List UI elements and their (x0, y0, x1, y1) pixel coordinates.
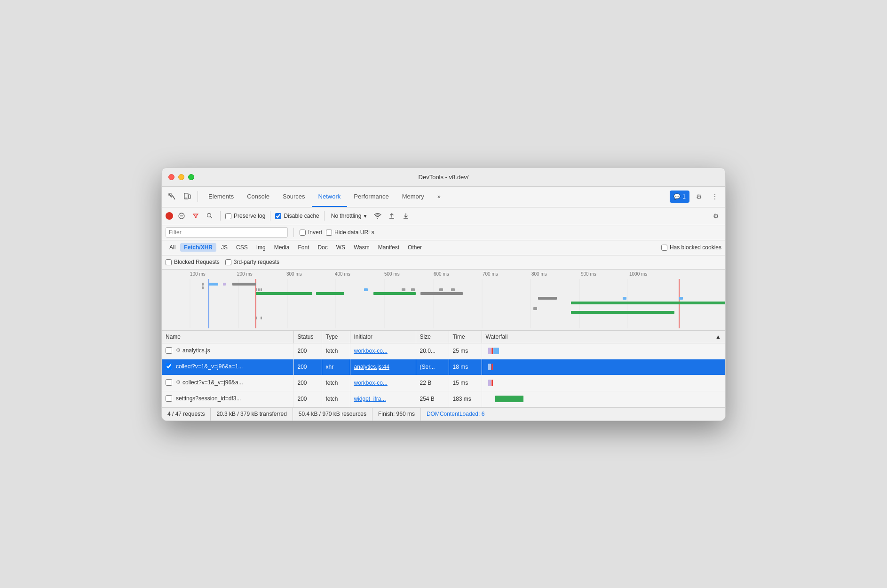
table-row[interactable]: ⚙ collect?v=1&_v=j96&a...200fetchworkbox… (162, 375, 725, 391)
tab-sources[interactable]: Sources (276, 186, 312, 207)
timeline-300ms: 300 ms (286, 271, 302, 277)
disable-cache-label[interactable]: Disable cache (275, 213, 319, 219)
hide-data-urls-text: Hide data URLs (334, 229, 374, 236)
initiator-link[interactable]: analytics.js:44 (354, 364, 389, 370)
timeline-600ms: 600 ms (434, 271, 449, 277)
header-waterfall[interactable]: Waterfall ▲ (482, 331, 725, 343)
svg-rect-30 (261, 288, 262, 291)
filter-js[interactable]: JS (217, 243, 231, 252)
third-party-checkbox[interactable] (225, 259, 231, 265)
more-icon: ⋮ (712, 193, 718, 200)
filter-input[interactable] (166, 227, 288, 238)
filter-bar: Invert Hide data URLs (162, 225, 725, 240)
third-party-label[interactable]: 3rd-party requests (225, 259, 279, 265)
row-select-checkbox[interactable] (166, 363, 172, 370)
row-initiator[interactable]: workbox-co... (350, 375, 416, 391)
initiator-link[interactable]: widget_ifra... (354, 396, 386, 402)
disable-cache-checkbox[interactable] (275, 213, 281, 219)
row-select-checkbox[interactable] (166, 347, 172, 354)
header-time[interactable]: Time (449, 331, 482, 343)
download-icon[interactable] (400, 210, 412, 222)
tab-more[interactable]: » (431, 186, 447, 207)
wifi-icon[interactable] (372, 210, 383, 222)
timeline-800ms: 800 ms (531, 271, 547, 277)
initiator-link[interactable]: workbox-co... (354, 380, 388, 386)
throttle-dropdown[interactable]: No throttling ▼ (329, 212, 370, 220)
feedback-count: 1 (682, 193, 686, 200)
blocked-requests-checkbox[interactable] (166, 259, 172, 265)
has-blocked-checkbox[interactable] (661, 245, 667, 251)
gear-icon: ⚙ (176, 379, 181, 385)
settings-button[interactable]: ⚙ (692, 190, 705, 203)
svg-rect-29 (258, 288, 260, 291)
hide-data-urls-checkbox[interactable] (326, 230, 332, 236)
row-select-checkbox[interactable] (166, 379, 172, 386)
header-status[interactable]: Status (293, 331, 322, 343)
invert-checkbox[interactable] (300, 230, 306, 236)
table-row[interactable]: ⚙ analytics.js200fetchworkbox-co...20.0.… (162, 343, 725, 359)
row-initiator[interactable]: workbox-co... (350, 343, 416, 359)
filter-button[interactable] (190, 210, 201, 222)
row-waterfall (482, 375, 725, 391)
tab-performance[interactable]: Performance (347, 186, 395, 207)
close-button[interactable] (168, 174, 174, 180)
record-button[interactable] (166, 212, 173, 220)
filter-manifest[interactable]: Manifest (374, 243, 403, 252)
svg-rect-44 (679, 297, 683, 300)
filter-css[interactable]: CSS (232, 243, 252, 252)
svg-rect-42 (623, 297, 626, 300)
timeline-1000ms: 1000 ms (629, 271, 647, 277)
row-initiator[interactable]: analytics.js:44 (350, 359, 416, 375)
filter-doc[interactable]: Doc (314, 243, 331, 252)
header-size[interactable]: Size (416, 331, 449, 343)
filter-media[interactable]: Media (270, 243, 293, 252)
header-name[interactable]: Name (162, 331, 293, 343)
preserve-log-checkbox[interactable] (225, 213, 231, 219)
row-select-checkbox[interactable] (166, 395, 172, 402)
svg-rect-49 (488, 348, 491, 354)
tab-network[interactable]: Network (312, 186, 348, 207)
filter-fetch-xhr[interactable]: Fetch/XHR (180, 243, 216, 252)
row-initiator[interactable]: widget_ifra... (350, 391, 416, 407)
invert-label[interactable]: Invert (300, 229, 322, 236)
window-title: DevTools - v8.dev/ (419, 174, 469, 181)
svg-rect-28 (256, 288, 257, 291)
blocked-requests-label[interactable]: Blocked Requests (166, 259, 220, 265)
header-initiator[interactable]: Initiator (350, 331, 416, 343)
has-blocked-cookies[interactable]: Has blocked cookies (661, 244, 721, 251)
preserve-log-label[interactable]: Preserve log (225, 213, 265, 219)
filter-all[interactable]: All (166, 243, 179, 252)
filter-wasm[interactable]: Wasm (350, 243, 373, 252)
filter-ws[interactable]: WS (333, 243, 349, 252)
minimize-button[interactable] (178, 174, 184, 180)
filter-img[interactable]: Img (253, 243, 269, 252)
feedback-button[interactable]: 💬 1 (670, 191, 689, 203)
tab-bar: Elements Console Sources Network Perform… (162, 187, 725, 207)
inspect-icon[interactable] (166, 190, 179, 203)
filter-font[interactable]: Font (294, 243, 313, 252)
dom-content-loaded: DOMContentLoaded: 6 (421, 411, 484, 417)
upload-icon[interactable] (386, 210, 397, 222)
row-name: collect?v=1&_v=j96&a=1... (176, 363, 243, 370)
network-settings-icon[interactable]: ⚙ (710, 210, 721, 222)
clear-button[interactable] (176, 210, 187, 222)
search-button[interactable] (204, 210, 215, 222)
tab-memory[interactable]: Memory (396, 186, 431, 207)
device-icon[interactable] (181, 190, 194, 203)
tab-console[interactable]: Console (240, 186, 276, 207)
maximize-button[interactable] (188, 174, 194, 180)
initiator-link[interactable]: workbox-co... (354, 348, 388, 354)
svg-rect-54 (488, 380, 491, 386)
hide-data-urls-label[interactable]: Hide data URLs (326, 229, 374, 236)
header-type[interactable]: Type (322, 331, 350, 343)
table-row[interactable]: collect?v=1&_v=j96&a=1...200xhranalytics… (162, 359, 725, 375)
row-type: xhr (322, 359, 350, 375)
row-type: fetch (322, 391, 350, 407)
svg-rect-37 (420, 292, 463, 295)
filter-other[interactable]: Other (404, 243, 426, 252)
more-options-button[interactable]: ⋮ (708, 190, 721, 203)
tab-elements[interactable]: Elements (202, 186, 240, 207)
row-time: 18 ms (449, 359, 482, 375)
svg-rect-25 (209, 283, 218, 286)
table-row[interactable]: settings?session_id=df3...200fetchwidget… (162, 391, 725, 407)
